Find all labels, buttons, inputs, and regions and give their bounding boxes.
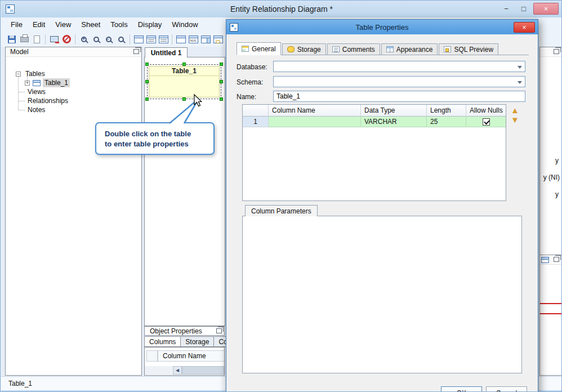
tab-comments[interactable]: Comments bbox=[327, 43, 380, 55]
menu-edit[interactable]: Edit bbox=[28, 19, 50, 30]
appearance-tab-icon bbox=[386, 46, 394, 52]
selection-handle[interactable] bbox=[145, 80, 149, 83]
selection-handle[interactable] bbox=[145, 97, 149, 101]
print-icon[interactable] bbox=[18, 33, 30, 45]
menu-tools[interactable]: Tools bbox=[105, 19, 132, 30]
selection-rect bbox=[147, 64, 221, 99]
object-properties-header: Object Properties bbox=[144, 326, 225, 336]
save-icon[interactable] bbox=[6, 33, 18, 45]
sql-preview-tab-icon bbox=[444, 46, 451, 52]
tab-column-parameters[interactable]: Column Parameters bbox=[245, 205, 318, 216]
close-button[interactable]: × bbox=[533, 3, 559, 15]
data-type-cell[interactable]: VARCHAR bbox=[361, 117, 427, 127]
maximize-button[interactable]: □ bbox=[516, 3, 532, 15]
tab-untitled-1[interactable]: Untitled 1 bbox=[145, 47, 188, 57]
grid-header-column-name: Column Name bbox=[269, 105, 361, 117]
right-panel-fragment: y y (NI) y bbox=[539, 47, 562, 376]
grid-row-1[interactable]: 1 VARCHAR 25 bbox=[243, 117, 506, 127]
scrollbar-thumb[interactable] bbox=[182, 366, 224, 375]
toolbar-separator bbox=[75, 34, 75, 44]
row-header-cell bbox=[146, 350, 158, 362]
cancel-button[interactable]: Cancel bbox=[486, 386, 527, 392]
right-panel-text-fragment: y bbox=[555, 157, 559, 164]
zoom-out-icon[interactable]: - bbox=[102, 33, 115, 45]
model-panel-title: Model bbox=[10, 48, 29, 56]
object-properties-tabs: Columns Storage Co bbox=[144, 336, 232, 347]
menu-view[interactable]: View bbox=[50, 19, 76, 30]
chevron-down-icon bbox=[518, 81, 522, 84]
collapse-icon[interactable]: − bbox=[16, 72, 21, 77]
float-panel-icon[interactable] bbox=[554, 49, 559, 54]
tab-general[interactable]: General bbox=[237, 42, 281, 55]
expand-icon[interactable]: + bbox=[25, 81, 30, 86]
dialog-titlebar[interactable]: Table Properties × bbox=[226, 20, 538, 34]
grid-header-row: Column Name Data Type Length Allow Nulls bbox=[243, 105, 506, 117]
minimize-button[interactable]: − bbox=[498, 3, 514, 15]
schema-combobox[interactable] bbox=[273, 76, 525, 87]
selection-handle[interactable] bbox=[145, 63, 149, 66]
tree-item-notes[interactable]: Notes bbox=[26, 105, 47, 114]
zoom-fit-icon[interactable] bbox=[115, 33, 127, 45]
show-rows-icon[interactable] bbox=[145, 33, 157, 45]
right-subpanel-header bbox=[540, 255, 561, 265]
scroll-left-icon[interactable]: ◀ bbox=[173, 366, 182, 375]
entity-view-icon[interactable] bbox=[175, 33, 187, 45]
storage-tab-icon bbox=[287, 46, 295, 52]
entity-key-view-icon[interactable] bbox=[212, 33, 224, 45]
row-number-cell[interactable]: 1 bbox=[243, 117, 269, 127]
move-down-icon[interactable]: ▼ bbox=[511, 115, 519, 124]
length-cell[interactable]: 25 bbox=[427, 117, 466, 127]
dialog-close-button[interactable]: × bbox=[514, 22, 535, 33]
display-icon[interactable] bbox=[48, 33, 60, 45]
table-icon bbox=[541, 257, 549, 263]
right-panel-text-fragment: y bbox=[555, 190, 559, 198]
float-panel-icon[interactable] bbox=[216, 328, 222, 333]
grid-header-length: Length bbox=[427, 105, 466, 117]
menu-display[interactable]: Display bbox=[133, 19, 167, 30]
allow-nulls-cell[interactable] bbox=[466, 117, 506, 127]
tree-item-views[interactable]: Views bbox=[26, 87, 47, 96]
selection-handle[interactable] bbox=[220, 80, 223, 83]
tab-sql-preview[interactable]: SQL Preview bbox=[439, 43, 498, 55]
entity-nul-view-icon[interactable]: NUL bbox=[187, 33, 199, 45]
column-name-cell[interactable] bbox=[269, 117, 361, 127]
toolbar-separator bbox=[172, 34, 172, 44]
main-titlebar[interactable]: Entity Relationship Diagram * − □ × bbox=[1, 1, 562, 17]
no-entry-icon[interactable] bbox=[60, 33, 73, 45]
columns-grid: Column Name Data Type Length Allow Nulls… bbox=[242, 104, 506, 201]
name-input[interactable] bbox=[273, 91, 525, 102]
column-name-header: Column Name bbox=[158, 350, 225, 362]
menu-sheet[interactable]: Sheet bbox=[76, 19, 105, 30]
selection-handle[interactable] bbox=[220, 63, 223, 66]
tab-storage[interactable]: Storage bbox=[282, 43, 326, 55]
tree-guide-line bbox=[19, 101, 25, 101]
move-up-icon[interactable]: ▲ bbox=[511, 106, 519, 114]
tab-storage[interactable]: Storage bbox=[180, 336, 214, 347]
new-page-icon[interactable] bbox=[30, 33, 43, 45]
float-panel-icon[interactable] bbox=[133, 49, 139, 54]
ok-button[interactable]: OK bbox=[441, 386, 482, 392]
tab-columns[interactable]: Columns bbox=[144, 336, 181, 347]
menu-window[interactable]: Window bbox=[167, 19, 203, 30]
zoom-in-icon[interactable]: + bbox=[78, 33, 90, 45]
selection-handle[interactable] bbox=[220, 97, 223, 101]
tree-item-relationships[interactable]: Relationships bbox=[26, 96, 70, 105]
menu-file[interactable]: File bbox=[6, 19, 28, 30]
checkbox-checked-icon[interactable] bbox=[483, 118, 490, 126]
selection-handle[interactable] bbox=[182, 63, 186, 66]
right-panel-text-fragment: y (NI) bbox=[543, 173, 560, 181]
tab-appearance[interactable]: Appearance bbox=[381, 43, 438, 55]
zoom-normal-icon[interactable] bbox=[90, 33, 102, 45]
show-line-icon[interactable] bbox=[157, 33, 170, 45]
database-combobox[interactable] bbox=[273, 61, 525, 72]
red-line-fragment bbox=[540, 303, 561, 304]
tree-item-table1[interactable]: + Table_1 bbox=[25, 78, 70, 87]
show-grid-icon[interactable] bbox=[132, 33, 145, 45]
toolbar-separator bbox=[130, 34, 130, 44]
entity-datatype-view-icon[interactable] bbox=[199, 33, 212, 45]
table-properties-dialog: Table Properties × General Storage Comme… bbox=[226, 19, 538, 392]
float-panel-icon[interactable] bbox=[554, 257, 559, 262]
tree-item-tables[interactable]: − Tables bbox=[16, 69, 47, 78]
grid-header-data-type: Data Type bbox=[361, 105, 427, 117]
horizontal-scrollbar[interactable]: ◀ bbox=[145, 366, 224, 375]
